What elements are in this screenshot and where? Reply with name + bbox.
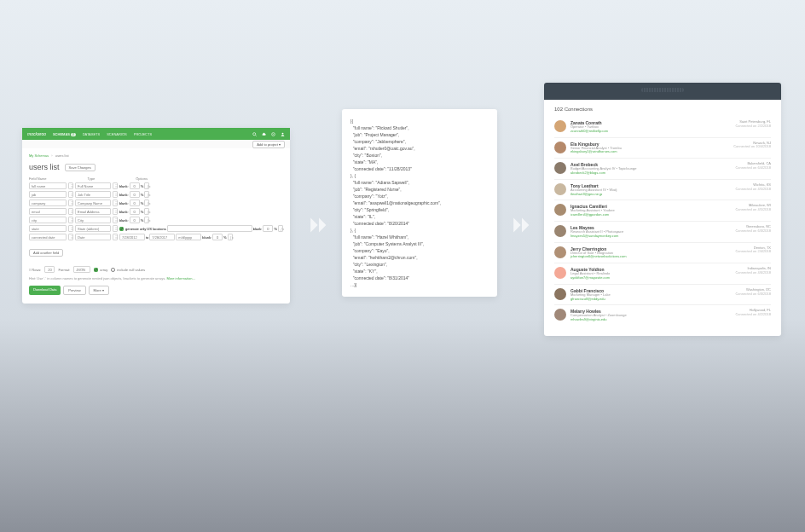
date-min-input[interactable]: 7/28/2012 xyxy=(119,234,145,240)
preview-button[interactable]: Preview xyxy=(63,286,85,295)
nav-projects[interactable]: PROJECTS xyxy=(134,132,152,136)
fieldname-input[interactable]: state xyxy=(29,225,67,232)
type-select[interactable]: Company Name xyxy=(75,200,111,206)
drag-handle-icon[interactable] xyxy=(641,88,684,92)
expand-icon[interactable]: ⠿ xyxy=(113,234,118,240)
connection-row[interactable]: Axel Brobeck Budget/Accounting Analyst I… xyxy=(554,159,771,180)
array-checkbox[interactable] xyxy=(94,268,98,272)
field-row: city ⠿ City ⠿ blank:0%ƒx xyxy=(29,217,283,223)
connection-email[interactable]: mhowles9@virginia.edu xyxy=(570,318,735,322)
drag-icon[interactable]: ⠿ xyxy=(68,208,73,215)
drag-icon[interactable]: ⠿ xyxy=(68,182,73,189)
connection-date: Connected on 2/2/2018 xyxy=(735,124,771,129)
connection-row[interactable]: Ignacius Camilleri Marketing Assistant •… xyxy=(554,200,771,222)
expand-icon[interactable]: ⠿ xyxy=(113,217,118,223)
type-select[interactable]: Date xyxy=(75,234,111,240)
schema-editor-panel: mockaroo SCHEMAS2 DATASETS SCENARIOS PRO… xyxy=(22,128,290,304)
save-button[interactable]: Save Changes xyxy=(65,164,96,171)
us-only-checkbox[interactable] xyxy=(119,227,124,231)
blank-input[interactable]: 0 xyxy=(130,182,140,189)
type-select[interactable]: Full Name xyxy=(75,182,111,189)
avatar xyxy=(554,142,566,153)
connection-row[interactable]: Zanata Conrath Operator • Twitbox zconra… xyxy=(554,117,771,138)
nav-schemas[interactable]: SCHEMAS2 xyxy=(53,132,76,136)
connection-row[interactable]: Auguste Yoldton Legal Assistant • Realin… xyxy=(554,263,771,285)
type-select[interactable]: Email Address xyxy=(75,208,111,215)
drag-icon[interactable]: ⠿ xyxy=(68,191,73,198)
drag-icon[interactable]: ⠿ xyxy=(68,225,73,232)
connection-row[interactable]: Gabbi Francisco Marketing Manager • Lake… xyxy=(554,285,771,306)
expand-icon[interactable]: ⠿ xyxy=(113,208,118,215)
avatar xyxy=(554,120,566,132)
connection-email[interactable]: zconrath0@redbelly.com xyxy=(570,130,735,134)
connection-row[interactable]: Les Mayzes Research Assistant II • Photo… xyxy=(554,222,771,243)
avatar xyxy=(554,183,566,195)
expand-icon[interactable]: ⠿ xyxy=(113,191,118,198)
json-output-panel: [{ "full name": "Rickard Shutler", "job"… xyxy=(342,109,497,297)
date-format-input[interactable]: m/d/yyyy xyxy=(176,234,201,240)
connection-row[interactable]: Jerry Cherrington Director of Sale • Blo… xyxy=(554,243,771,264)
fx-button[interactable]: ƒx xyxy=(144,217,149,223)
fx-button[interactable]: ƒx xyxy=(144,191,149,198)
user-icon[interactable] xyxy=(281,132,285,136)
fieldname-input[interactable]: connected date xyxy=(29,234,67,240)
help-icon[interactable]: ? xyxy=(271,132,275,136)
search-icon[interactable] xyxy=(252,132,257,136)
connection-email[interactable]: ayoldton7@mayosite.com xyxy=(570,276,735,280)
expand-icon[interactable]: ⠿ xyxy=(113,225,118,232)
blank-input[interactable]: 0 xyxy=(130,208,140,215)
blank-input[interactable]: 0 xyxy=(130,200,140,206)
fx-button[interactable]: ƒx xyxy=(144,182,149,189)
connection-email[interactable]: tleathart3@geo.ne.jp xyxy=(570,193,735,197)
connection-row[interactable]: Tony Leathart Accounting Assistant IV • … xyxy=(554,180,771,201)
null-checkbox[interactable] xyxy=(111,268,115,272)
restrict-input[interactable] xyxy=(167,225,252,232)
connection-row[interactable]: Melany Howles Compensation Analyst • Zoo… xyxy=(554,305,771,326)
connection-email[interactable]: lmayzes5@sundaymonkey.com xyxy=(570,234,735,239)
connection-date: Connected on 4/5/2018 xyxy=(735,188,771,192)
connection-date: Connected on 4/6/2018 xyxy=(735,271,771,275)
connections-list: Zanata Conrath Operator • Twitbox zconra… xyxy=(554,117,771,326)
avatar xyxy=(554,309,566,321)
drag-icon[interactable]: ⠿ xyxy=(68,217,73,223)
connection-email[interactable]: jcherrington6@networksolutions.com xyxy=(570,255,735,259)
arrow-icon xyxy=(510,213,534,237)
connection-date: Connected on 10/4/2018 xyxy=(733,145,771,149)
cloud-icon[interactable] xyxy=(262,132,266,136)
connection-email[interactable]: ekingsbury1@windhorses.com xyxy=(570,150,733,154)
blank-input[interactable]: 0 xyxy=(130,191,140,198)
expand-icon[interactable]: ⠿ xyxy=(113,200,118,206)
blank-input[interactable]: 0 xyxy=(130,217,140,223)
more-button[interactable]: More ▾ xyxy=(89,286,109,295)
more-info-link[interactable]: More information... xyxy=(166,276,194,280)
format-select[interactable]: JSON xyxy=(73,266,90,273)
fieldname-input[interactable]: full name xyxy=(29,182,67,189)
fx-button[interactable]: ƒx xyxy=(144,200,149,206)
add-to-project-button[interactable]: Add to project ▾ xyxy=(252,141,285,148)
type-select[interactable]: State (abbrev) xyxy=(75,225,111,232)
type-select[interactable]: City xyxy=(75,217,111,223)
drag-icon[interactable]: ⠿ xyxy=(68,200,73,206)
connection-email[interactable]: gfrancisco8@eddy.edu xyxy=(570,298,735,302)
fieldname-input[interactable]: email xyxy=(29,208,67,215)
date-max-input[interactable]: 7/28/2017 xyxy=(149,234,175,240)
arrow-icon xyxy=(307,213,331,237)
fieldname-input[interactable]: company xyxy=(29,200,67,206)
type-select[interactable]: Job Title xyxy=(75,191,111,198)
fx-button[interactable]: ƒx xyxy=(144,208,149,215)
fieldname-input[interactable]: job xyxy=(29,191,67,198)
avatar xyxy=(554,225,566,237)
add-field-button[interactable]: Add another field xyxy=(29,249,63,257)
fieldname-input[interactable]: city xyxy=(29,217,67,223)
nav-datasets[interactable]: DATASETS xyxy=(83,132,101,136)
download-button[interactable]: Download Data xyxy=(29,286,61,295)
drag-icon[interactable]: ⠿ xyxy=(68,234,73,240)
connection-email[interactable]: icamilleri4@gpordon.com xyxy=(570,213,735,217)
rows-input[interactable]: 20 xyxy=(44,266,55,273)
connection-row[interactable]: Ela Kingsbury Senior Financial Analyst •… xyxy=(554,138,771,159)
nav-scenarios[interactable]: SCENARIOS xyxy=(107,132,127,136)
crumb-root[interactable]: My Schemas xyxy=(29,153,49,158)
connection-email[interactable]: abrobeck2@blogs.com xyxy=(570,171,735,176)
expand-icon[interactable]: ⠿ xyxy=(113,182,118,189)
panel-titlebar xyxy=(544,83,781,100)
